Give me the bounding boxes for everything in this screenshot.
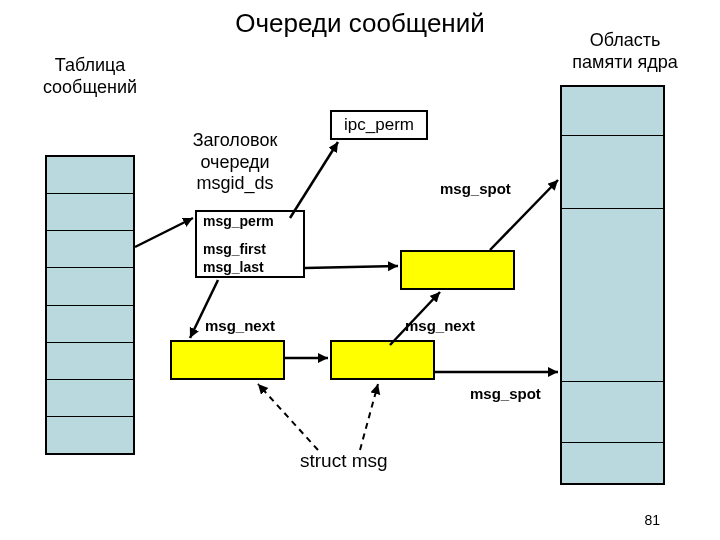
msg-table	[45, 155, 135, 455]
msg-box-1	[170, 340, 285, 380]
diagram-stage: Очереди сообщений Таблица сообщений Обла…	[0, 0, 720, 540]
page-number: 81	[644, 512, 660, 528]
svg-line-8	[258, 384, 318, 450]
label-msg-next-1: msg_next	[205, 317, 275, 334]
svg-line-1	[290, 142, 338, 218]
table-row	[47, 342, 133, 379]
box-ipc-perm: ipc_perm	[330, 110, 428, 140]
table-row	[562, 442, 663, 483]
table-row	[47, 193, 133, 230]
table-row	[47, 305, 133, 342]
table-row	[562, 135, 663, 208]
svg-line-3	[305, 266, 398, 268]
field-msg-perm: msg_perm	[197, 212, 303, 230]
table-row	[562, 381, 663, 442]
msg-box-3	[400, 250, 515, 290]
field-msg-last: msg_last	[197, 258, 303, 276]
svg-line-9	[360, 384, 378, 450]
label-header: Заголовок очереди msgid_ds	[175, 130, 295, 195]
label-msg-spot-1: msg_spot	[440, 180, 511, 197]
msg-box-2	[330, 340, 435, 380]
table-row	[47, 416, 133, 453]
table-row	[47, 230, 133, 267]
kernel-memory	[560, 85, 665, 485]
table-row	[562, 208, 663, 381]
box-msgid-ds: msg_perm msg_first msg_last	[195, 210, 305, 278]
label-kernel-area: Область памяти ядра	[555, 30, 695, 73]
label-struct-msg: struct msg	[300, 450, 388, 473]
field-msg-first: msg_first	[197, 240, 303, 258]
ipc-perm-text: ipc_perm	[344, 115, 414, 135]
table-row	[562, 87, 663, 135]
table-row	[47, 267, 133, 304]
table-row	[47, 157, 133, 193]
label-msg-table: Таблица сообщений	[30, 55, 150, 98]
table-row	[47, 379, 133, 416]
svg-line-0	[135, 218, 193, 247]
label-msg-spot-2: msg_spot	[470, 385, 541, 402]
label-msg-next-2: msg_next	[405, 317, 475, 334]
